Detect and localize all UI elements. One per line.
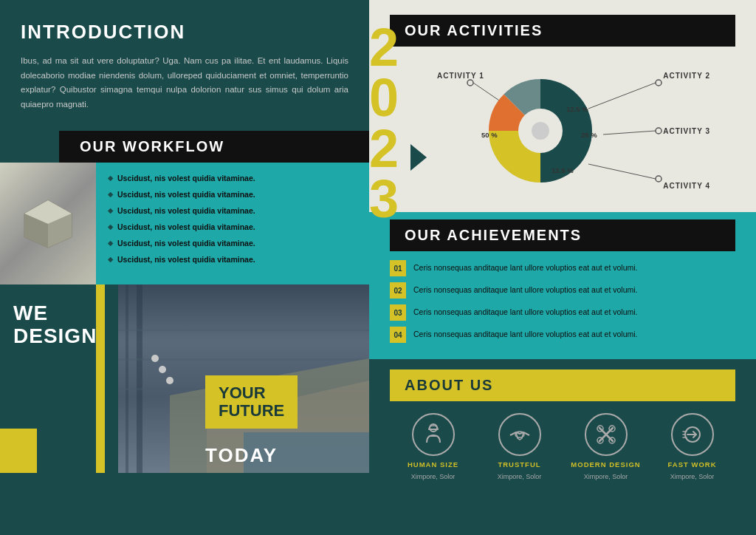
svg-line-21 — [603, 131, 656, 134]
svg-point-15 — [166, 377, 173, 384]
modern-design-label: MODERN DESIGN — [571, 460, 640, 468]
cube-illustration — [0, 163, 96, 284]
achievement-item-3: 03 Ceris nonsequas anditaque lant ullore… — [390, 304, 735, 321]
about-icon-fast-work: FAST WORK Ximpore, Solor — [656, 413, 729, 480]
pct-50: 50 % — [481, 131, 498, 139]
workflow-list: Uscidust, nis volest quidia vitaminae. U… — [96, 163, 369, 284]
right-panel: OUR ACTIVITIES — [369, 0, 756, 535]
achievement-text-1: Ceris nonsequas anditaque lant ullore vo… — [413, 260, 638, 274]
your-future-box: YOUR FUTURE — [205, 375, 298, 429]
fast-work-label: FAST WORK — [668, 460, 717, 468]
achievement-text-3: Ceris nonsequas anditaque lant ullore vo… — [413, 304, 638, 318]
achievement-item-1: 01 Ceris nonsequas anditaque lant ullore… — [390, 260, 735, 276]
about-icon-trustful: TRUSTFUL Ximpore, Solor — [483, 413, 557, 480]
about-section: ABOUT US HUMAN SIZE Ximpore, Solor — [369, 359, 756, 535]
achievement-num-3: 03 — [390, 304, 406, 321]
activities-title: OUR ACTIVITIES — [405, 22, 721, 39]
svg-point-22 — [656, 176, 662, 182]
list-item: Uscidust, nis volest quidia vitaminae. — [108, 235, 357, 251]
modern-design-sublabel: Ximpore, Solor — [584, 473, 628, 480]
achievement-text-2: Ceris nonsequas anditaque lant ullore vo… — [413, 282, 638, 296]
svg-rect-7 — [96, 329, 369, 331]
list-item: Uscidust, nis volest quidia vitaminae. — [108, 251, 357, 268]
svg-point-14 — [159, 366, 166, 373]
chart-container: ACTIVITY 1 ACTIVITY 2 ACTIVITY 3 ACTIVIT… — [390, 57, 735, 205]
about-icons: HUMAN SIZE Ximpore, Solor TRUSTFUL Ximpo… — [390, 413, 735, 480]
svg-rect-5 — [126, 284, 128, 473]
about-title: ABOUT US — [405, 377, 721, 394]
activities-header: OUR ACTIVITIES — [390, 15, 735, 47]
we-design-section: WE DESIGN — [0, 284, 369, 473]
chart-wrap: ACTIVITY 1 ACTIVITY 2 ACTIVITY 3 ACTIVIT… — [408, 57, 718, 205]
intro-text: Ibus, ad ma sit aut vere doluptatur? Uga… — [21, 54, 348, 112]
achievement-text-4: Ceris nonsequas anditaque lant ullore vo… — [413, 327, 638, 341]
left-panel: INTRODUCTION Ibus, ad ma sit aut vere do… — [0, 0, 369, 535]
workflow-title: OUR WORKFLOW — [80, 138, 348, 155]
list-item: Uscidust, nis volest quidia vitaminae. — [108, 186, 357, 202]
svg-rect-29 — [428, 429, 439, 430]
achievement-num-2: 02 — [390, 282, 406, 299]
intro-title: INTRODUCTION — [21, 21, 348, 44]
cube-icon — [18, 194, 78, 253]
trustful-icon — [498, 413, 541, 456]
activities-section: OUR ACTIVITIES — [369, 0, 756, 212]
achievement-num-4: 04 — [390, 327, 406, 343]
svg-rect-28 — [430, 435, 437, 437]
list-item: Uscidust, nis volest quidia vitaminae. — [108, 202, 357, 219]
activity-3-label: ACTIVITY 3 — [663, 127, 710, 135]
human-size-icon — [412, 413, 455, 456]
svg-point-26 — [532, 122, 549, 140]
achievement-item-2: 02 Ceris nonsequas anditaque lant ullore… — [390, 282, 735, 299]
human-size-label: HUMAN SIZE — [408, 460, 458, 468]
achievements-header: OUR ACHIEVEMENTS — [390, 219, 735, 251]
activity-4-label: ACTIVITY 4 — [663, 182, 710, 190]
svg-rect-6 — [137, 284, 142, 473]
list-item: Uscidust, nis volest quidia vitaminae. — [108, 219, 357, 235]
svg-rect-8 — [96, 358, 369, 361]
svg-point-18 — [656, 80, 662, 86]
fast-work-sublabel: Ximpore, Solor — [670, 473, 715, 480]
trustful-sublabel: Ximpore, Solor — [498, 473, 542, 480]
about-header: ABOUT US — [390, 369, 735, 401]
modern-design-icon — [585, 413, 628, 456]
achievements-title: OUR ACHIEVEMENTS — [405, 227, 721, 244]
achievement-item-4: 04 Ceris nonsequas anditaque lant ullore… — [390, 327, 735, 343]
we-design-label: WE DESIGN — [13, 302, 105, 348]
workflow-header: OUR WORKFLOW — [59, 131, 369, 163]
yellow-bottom-block — [0, 429, 37, 473]
human-size-sublabel: Ximpore, Solor — [411, 473, 456, 480]
workflow-section: OUR WORKFLOW Uscidust, nis volest quidia… — [0, 131, 369, 284]
year-number: 2 0 2 3 — [369, 22, 413, 225]
yellow-accent-bar — [96, 284, 105, 473]
svg-point-13 — [151, 355, 159, 362]
pct-125-bot: 12.5 % — [551, 166, 574, 174]
pct-25: 25 % — [581, 131, 597, 139]
workflow-image — [0, 163, 96, 284]
fast-work-icon — [671, 413, 714, 456]
about-icon-modern-design: MODERN DESIGN Ximpore, Solor — [569, 413, 643, 480]
svg-point-20 — [656, 128, 662, 134]
your-future-text: YOUR FUTURE — [219, 384, 284, 420]
today-label: TODAY — [205, 444, 278, 467]
activity-2-label: ACTIVITY 2 — [663, 72, 710, 80]
trustful-label: TRUSTFUL — [498, 460, 540, 468]
intro-section: INTRODUCTION Ibus, ad ma sit aut vere do… — [0, 0, 369, 125]
achievements-section: OUR ACHIEVEMENTS 01 Ceris nonsequas andi… — [369, 212, 756, 359]
workflow-content: Uscidust, nis volest quidia vitaminae. U… — [0, 163, 369, 284]
pct-125-top: 12.5 % — [566, 105, 588, 113]
svg-point-16 — [467, 80, 473, 86]
list-item: Uscidust, nis volest quidia vitaminae. — [108, 170, 357, 186]
achievement-num-1: 01 — [390, 260, 406, 276]
we-design-image: YOUR FUTURE TODAY — [96, 284, 369, 473]
chevron-right-icon — [410, 144, 427, 171]
year-container: 2 0 2 3 — [369, 22, 413, 225]
about-icon-human-size: HUMAN SIZE Ximpore, Solor — [396, 413, 470, 480]
